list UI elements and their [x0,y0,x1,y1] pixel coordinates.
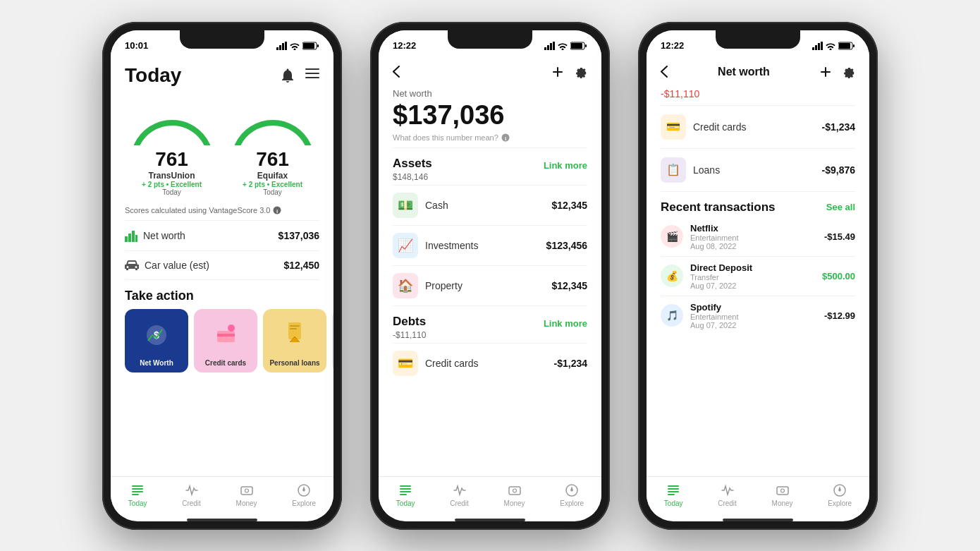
p2-creditcards-row[interactable]: 💳 Credit cards -$1,234 [379,344,601,383]
nav-today-2[interactable]: Today [396,483,415,507]
credit-nav-icon-1 [184,483,200,498]
net-worth-metric[interactable]: Net worth $137,036 [111,221,333,250]
svg-point-65 [780,489,784,492]
p3-loans-value: -$9,876 [822,164,855,176]
nav-explore-1[interactable]: Explore [292,483,316,507]
gear-icon-2[interactable] [575,66,587,78]
signal-icon [276,42,287,50]
today-nav-icon-3 [666,483,681,498]
p3-creditcards-row[interactable]: 💳 Credit cards -$1,234 [647,106,869,148]
plus-icon-2[interactable] [552,66,563,78]
investments-row[interactable]: 📈 Investments $123,456 [379,226,601,265]
nav-explore-2[interactable]: Explore [560,483,584,507]
nav-today-1[interactable]: Today [128,483,147,507]
nav-today-3[interactable]: Today [664,483,683,507]
battery-icon-3 [838,42,855,50]
gear-icon-3[interactable] [843,66,855,78]
action-card-creditcards[interactable]: Credit cards [194,309,257,373]
net-worth-label-group: Net worth [125,229,185,242]
netflix-trans-row[interactable]: 🎬 Netflix Entertainment Aug 08, 2022 -$1… [647,217,869,256]
bottom-nav-1: Today Credit Money [111,476,333,516]
spotify-name: Spotify [690,302,738,313]
svg-rect-3 [285,42,287,50]
vantage-note: Scores calculated using VantageScore 3.0… [111,203,333,220]
back-icon-3[interactable] [661,66,668,78]
direct-deposit-left: 💰 Direct Deposit Transfer Aug 07, 2022 [661,262,752,290]
car-value-metric[interactable]: Car value (est) $12,450 [111,251,333,279]
plus-icon-3[interactable] [820,66,831,78]
compass-icon-2 [565,483,579,497]
property-value: $12,345 [551,280,587,291]
networth-main-amount: $137,036 [379,99,601,132]
transunion-label: TransUnion [148,171,195,181]
spotify-trans-row[interactable]: 🎵 Spotify Entertainment Aug 07, 2022 -$1… [647,296,869,335]
wifi-icon-2 [558,42,568,50]
debts-title: Debts [393,315,426,329]
money-icon-2 [508,483,522,497]
credit-nav-icon-2 [452,483,467,498]
creditcard-card-icon [214,322,238,347]
nav-money-1[interactable]: Money [236,483,257,507]
property-name: Property [425,280,463,291]
net-worth-value: $137,036 [278,230,319,241]
credit-nav-icon-3 [720,483,735,498]
networth-question[interactable]: What does this number mean? i [379,132,601,147]
cash-row[interactable]: 💵 Cash $12,345 [379,186,601,225]
svg-marker-67 [838,486,841,492]
money-icon [240,483,254,497]
see-all-btn[interactable]: See all [826,202,855,212]
nav-money-2[interactable]: Money [504,483,525,507]
list-icon-2 [398,483,412,497]
netflix-amount: -$15.49 [824,231,855,242]
p3-loans-row[interactable]: 📋 Loans -$9,876 [647,149,869,191]
header-action-icons[interactable] [281,68,319,83]
debt-amount-top: -$11,110 [647,85,869,105]
equifax-gauge [231,99,315,145]
svg-marker-50 [570,486,573,492]
spotify-amount: -$12.99 [824,310,855,321]
action-card-loans[interactable]: Personal loans [263,309,326,373]
cash-left: 💵 Cash [393,193,448,218]
property-left: 🏠 Property [393,273,463,298]
svg-rect-51 [812,47,814,50]
nav-money-3[interactable]: Money [772,483,793,507]
svg-rect-38 [585,44,587,47]
transunion-change: + 2 pts • Excellent [142,181,202,188]
nav-label-today-3: Today [664,499,683,507]
debts-link-more[interactable]: Link more [544,318,587,329]
menu-icon[interactable] [305,68,319,78]
netflix-details: Netflix Entertainment Aug 08, 2022 [690,223,738,250]
today-title: Today [125,64,181,87]
action-card-home[interactable]: Home lo... [332,309,333,373]
svg-rect-15 [135,235,137,242]
networth-section-label: Net worth [379,85,601,99]
svg-text:i: i [276,208,278,214]
phone-1: 10:01 Today [102,22,342,530]
bell-icon[interactable] [281,68,294,83]
direct-deposit-trans-row[interactable]: 💰 Direct Deposit Transfer Aug 07, 2022 $… [647,257,869,296]
networth-nav-header [379,59,601,85]
nav-credit-2[interactable]: Credit [450,483,469,507]
svg-rect-54 [821,42,823,50]
take-action-title: Take action [111,280,333,309]
back-icon-2[interactable] [393,66,400,78]
debts-section-header: Debts Link more [379,306,601,330]
phone-2-screen: 12:22 Net worth [379,30,601,521]
action-card-networth[interactable]: $ Net Worth [125,309,188,373]
nav-credit-1[interactable]: Credit [182,483,201,507]
spotify-details: Spotify Entertainment Aug 07, 2022 [690,302,738,329]
spotify-category: Entertainment [690,313,738,321]
svg-rect-7 [305,68,319,70]
nav-credit-3[interactable]: Credit [718,483,737,507]
svg-rect-47 [509,487,520,495]
assets-link-more[interactable]: Link more [544,160,587,171]
money-icon-3 [776,483,790,497]
info-icon-2: i [501,133,510,142]
nav-explore-3[interactable]: Explore [828,483,852,507]
nav-label-money-2: Money [504,499,525,507]
nav-label-explore-2: Explore [560,499,584,507]
transunion-gauge [130,99,214,145]
phone-1-content: Today [111,59,333,476]
property-row[interactable]: 🏠 Property $12,345 [379,266,601,305]
p2-creditcards-name: Credit cards [425,358,478,369]
